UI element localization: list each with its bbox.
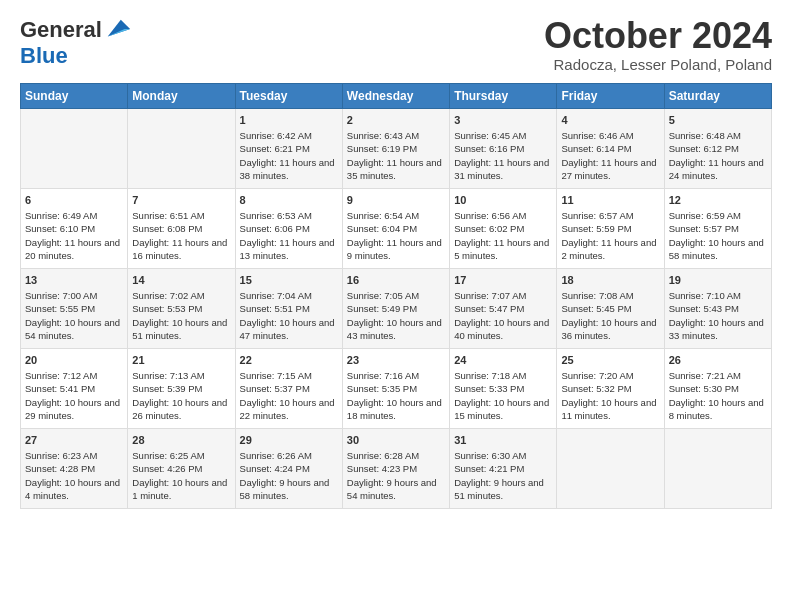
cell-content-line: Sunrise: 7:18 AM — [454, 369, 552, 382]
cell-content-line: Sunset: 5:59 PM — [561, 222, 659, 235]
day-number: 27 — [25, 433, 123, 448]
logo-general: General — [20, 18, 102, 42]
calendar-cell: 21Sunrise: 7:13 AMSunset: 5:39 PMDayligh… — [128, 348, 235, 428]
calendar-cell: 7Sunrise: 6:51 AMSunset: 6:08 PMDaylight… — [128, 188, 235, 268]
day-number: 18 — [561, 273, 659, 288]
cell-content-line: Daylight: 11 hours and 31 minutes. — [454, 156, 552, 183]
cell-content-line: Sunset: 4:23 PM — [347, 462, 445, 475]
day-number: 13 — [25, 273, 123, 288]
calendar-cell: 14Sunrise: 7:02 AMSunset: 5:53 PMDayligh… — [128, 268, 235, 348]
day-number: 8 — [240, 193, 338, 208]
calendar-cell: 15Sunrise: 7:04 AMSunset: 5:51 PMDayligh… — [235, 268, 342, 348]
calendar-cell: 2Sunrise: 6:43 AMSunset: 6:19 PMDaylight… — [342, 108, 449, 188]
day-number: 29 — [240, 433, 338, 448]
cell-content-line: Sunrise: 7:07 AM — [454, 289, 552, 302]
calendar-cell — [664, 428, 771, 508]
day-header: Monday — [128, 83, 235, 108]
cell-content-line: Sunrise: 6:57 AM — [561, 209, 659, 222]
day-number: 5 — [669, 113, 767, 128]
day-number: 3 — [454, 113, 552, 128]
cell-content-line: Sunset: 5:57 PM — [669, 222, 767, 235]
day-number: 25 — [561, 353, 659, 368]
day-number: 15 — [240, 273, 338, 288]
day-header: Tuesday — [235, 83, 342, 108]
day-number: 16 — [347, 273, 445, 288]
week-row: 20Sunrise: 7:12 AMSunset: 5:41 PMDayligh… — [21, 348, 772, 428]
calendar-cell: 17Sunrise: 7:07 AMSunset: 5:47 PMDayligh… — [450, 268, 557, 348]
cell-content-line: Sunrise: 7:16 AM — [347, 369, 445, 382]
header: General Blue October 2024 Radocza, Lesse… — [20, 16, 772, 73]
cell-content-line: Sunrise: 6:51 AM — [132, 209, 230, 222]
cell-content-line: Sunrise: 7:10 AM — [669, 289, 767, 302]
calendar-cell — [21, 108, 128, 188]
cell-content-line: Sunset: 6:21 PM — [240, 142, 338, 155]
cell-content-line: Daylight: 11 hours and 5 minutes. — [454, 236, 552, 263]
day-number: 6 — [25, 193, 123, 208]
cell-content-line: Sunrise: 7:05 AM — [347, 289, 445, 302]
day-header: Sunday — [21, 83, 128, 108]
cell-content-line: Sunset: 5:30 PM — [669, 382, 767, 395]
week-row: 27Sunrise: 6:23 AMSunset: 4:28 PMDayligh… — [21, 428, 772, 508]
cell-content-line: Daylight: 10 hours and 54 minutes. — [25, 316, 123, 343]
day-number: 31 — [454, 433, 552, 448]
cell-content-line: Sunrise: 6:45 AM — [454, 129, 552, 142]
calendar-cell: 22Sunrise: 7:15 AMSunset: 5:37 PMDayligh… — [235, 348, 342, 428]
cell-content-line: Daylight: 10 hours and 18 minutes. — [347, 396, 445, 423]
cell-content-line: Sunset: 5:45 PM — [561, 302, 659, 315]
day-number: 14 — [132, 273, 230, 288]
cell-content-line: Sunset: 6:19 PM — [347, 142, 445, 155]
cell-content-line: Sunrise: 6:42 AM — [240, 129, 338, 142]
cell-content-line: Sunrise: 6:49 AM — [25, 209, 123, 222]
calendar-cell: 25Sunrise: 7:20 AMSunset: 5:32 PMDayligh… — [557, 348, 664, 428]
cell-content-line: Sunset: 6:02 PM — [454, 222, 552, 235]
cell-content-line: Sunrise: 7:21 AM — [669, 369, 767, 382]
cell-content-line: Sunset: 5:43 PM — [669, 302, 767, 315]
day-number: 28 — [132, 433, 230, 448]
day-number: 30 — [347, 433, 445, 448]
calendar-cell: 19Sunrise: 7:10 AMSunset: 5:43 PMDayligh… — [664, 268, 771, 348]
cell-content-line: Sunrise: 7:04 AM — [240, 289, 338, 302]
cell-content-line: Sunset: 5:41 PM — [25, 382, 123, 395]
cell-content-line: Sunrise: 6:54 AM — [347, 209, 445, 222]
cell-content-line: Daylight: 11 hours and 2 minutes. — [561, 236, 659, 263]
cell-content-line: Daylight: 11 hours and 35 minutes. — [347, 156, 445, 183]
week-row: 13Sunrise: 7:00 AMSunset: 5:55 PMDayligh… — [21, 268, 772, 348]
day-number: 22 — [240, 353, 338, 368]
calendar-cell: 13Sunrise: 7:00 AMSunset: 5:55 PMDayligh… — [21, 268, 128, 348]
day-header: Thursday — [450, 83, 557, 108]
logo-icon — [104, 16, 132, 44]
calendar-table: SundayMondayTuesdayWednesdayThursdayFrid… — [20, 83, 772, 509]
cell-content-line: Sunset: 5:39 PM — [132, 382, 230, 395]
calendar-cell: 12Sunrise: 6:59 AMSunset: 5:57 PMDayligh… — [664, 188, 771, 268]
calendar-cell: 29Sunrise: 6:26 AMSunset: 4:24 PMDayligh… — [235, 428, 342, 508]
cell-content-line: Daylight: 9 hours and 54 minutes. — [347, 476, 445, 503]
cell-content-line: Sunrise: 6:59 AM — [669, 209, 767, 222]
cell-content-line: Daylight: 10 hours and 43 minutes. — [347, 316, 445, 343]
svg-marker-0 — [108, 20, 130, 37]
cell-content-line: Sunrise: 6:28 AM — [347, 449, 445, 462]
cell-content-line: Sunrise: 6:30 AM — [454, 449, 552, 462]
page: General Blue October 2024 Radocza, Lesse… — [0, 0, 792, 519]
day-number: 24 — [454, 353, 552, 368]
cell-content-line: Daylight: 10 hours and 26 minutes. — [132, 396, 230, 423]
cell-content-line: Daylight: 11 hours and 20 minutes. — [25, 236, 123, 263]
cell-content-line: Sunset: 6:10 PM — [25, 222, 123, 235]
cell-content-line: Sunrise: 6:43 AM — [347, 129, 445, 142]
cell-content-line: Sunset: 4:28 PM — [25, 462, 123, 475]
day-number: 10 — [454, 193, 552, 208]
calendar-cell: 11Sunrise: 6:57 AMSunset: 5:59 PMDayligh… — [557, 188, 664, 268]
day-number: 21 — [132, 353, 230, 368]
cell-content-line: Sunrise: 6:48 AM — [669, 129, 767, 142]
calendar-cell: 3Sunrise: 6:45 AMSunset: 6:16 PMDaylight… — [450, 108, 557, 188]
calendar-cell: 31Sunrise: 6:30 AMSunset: 4:21 PMDayligh… — [450, 428, 557, 508]
cell-content-line: Sunset: 5:32 PM — [561, 382, 659, 395]
week-row: 6Sunrise: 6:49 AMSunset: 6:10 PMDaylight… — [21, 188, 772, 268]
cell-content-line: Daylight: 10 hours and 47 minutes. — [240, 316, 338, 343]
logo: General Blue — [20, 16, 132, 68]
cell-content-line: Sunrise: 7:02 AM — [132, 289, 230, 302]
calendar-cell: 26Sunrise: 7:21 AMSunset: 5:30 PMDayligh… — [664, 348, 771, 428]
day-number: 2 — [347, 113, 445, 128]
cell-content-line: Sunset: 5:37 PM — [240, 382, 338, 395]
cell-content-line: Sunrise: 6:56 AM — [454, 209, 552, 222]
cell-content-line: Daylight: 10 hours and 4 minutes. — [25, 476, 123, 503]
